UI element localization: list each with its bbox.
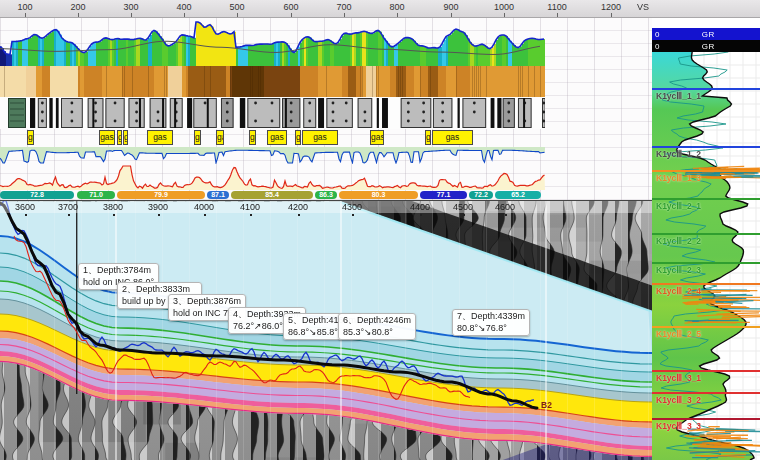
formation-top-line bbox=[652, 326, 760, 328]
formation-label: K1ycⅢ_1_2 bbox=[656, 149, 701, 159]
formation-label: K1ycⅢ_2_4 bbox=[656, 286, 701, 296]
depth-tick-mark bbox=[113, 214, 115, 216]
gas-interval: gas bbox=[123, 130, 128, 145]
ruler-tick-mark bbox=[78, 13, 79, 17]
inclination-segment: 86.3 bbox=[315, 191, 337, 199]
ruler-tick-mark bbox=[184, 13, 185, 17]
inclination-segment: 85.4 bbox=[231, 191, 313, 199]
depth-tick: 4200 bbox=[288, 202, 308, 212]
ruler-tick-mark bbox=[504, 13, 505, 17]
formation-top-line bbox=[652, 262, 760, 264]
formation-label: K1ycⅢ_3_1 bbox=[656, 373, 701, 383]
gas-interval: gas bbox=[432, 130, 473, 145]
formation-label: K1ycⅢ_2_5 bbox=[656, 329, 701, 339]
formation-label: K1ycⅢ_1_3 bbox=[656, 173, 701, 183]
ruler-tick: 700 bbox=[336, 2, 351, 12]
depth-tick: 4400 bbox=[410, 202, 430, 212]
gas-interval: gas bbox=[216, 130, 224, 145]
geosteering-window: 100200300400500600700800900100011001200V… bbox=[0, 0, 760, 460]
ruler-tick: 300 bbox=[123, 2, 138, 12]
spectral-gr-track-canvas[interactable] bbox=[0, 18, 545, 66]
seismic-cross-section: 3600370038003900400041004200430044004500… bbox=[0, 200, 652, 460]
gas-show-track: gasgasgasgasgasgasgasgasgasgasgasgasgasg… bbox=[0, 129, 652, 147]
depth-tick-mark bbox=[463, 214, 465, 216]
depth-tick-mark bbox=[25, 214, 27, 216]
gas-interval: gas bbox=[370, 130, 384, 145]
formation-label: K1ycⅢ_1_1 bbox=[656, 91, 701, 101]
formation-top-line bbox=[652, 418, 760, 420]
ruler-tick: 200 bbox=[70, 2, 85, 12]
gas-interval: gas bbox=[117, 130, 122, 145]
depth-tick-mark bbox=[505, 214, 507, 216]
gas-interval: gas bbox=[249, 130, 256, 145]
ruler-tick: 1200 bbox=[601, 2, 621, 12]
depth-tick: 3600 bbox=[15, 202, 35, 212]
gas-interval: gas bbox=[302, 130, 338, 145]
gas-interval: gas bbox=[147, 130, 173, 145]
gas-total-track-canvas[interactable] bbox=[0, 164, 545, 191]
depth-tick: 4600 bbox=[495, 202, 515, 212]
depth-tick: 4500 bbox=[453, 202, 473, 212]
depth-tick: 3900 bbox=[148, 202, 168, 212]
gas-interval: gas bbox=[295, 130, 301, 145]
depth-tick-mark bbox=[204, 214, 206, 216]
formation-top-line bbox=[652, 392, 760, 394]
depth-tick-mark bbox=[68, 214, 70, 216]
ruler-tick: 100 bbox=[17, 2, 32, 12]
formation-top-line bbox=[652, 283, 760, 285]
borehole-image-track-canvas[interactable] bbox=[0, 66, 545, 97]
depth-tick-mark bbox=[420, 214, 422, 216]
gr-track-header-black[interactable]: 0 GR bbox=[652, 40, 760, 52]
measured-depth-ruler: 3600370038003900400041004200430044004500… bbox=[0, 201, 652, 213]
gr-track-header-blue[interactable]: 0 GR bbox=[652, 28, 760, 40]
trajectory-annotation: 7、Depth:4339m80.8°↘76.8° bbox=[452, 309, 530, 336]
gas-interval: gas bbox=[194, 130, 201, 145]
resistivity-track-canvas[interactable] bbox=[0, 147, 545, 164]
formation-label: K1ycⅢ_2_3 bbox=[656, 265, 701, 275]
inclination-segment-bar: 72.871.079.987.185.486.380.377.172.265.2 bbox=[0, 191, 652, 200]
gr-curve-name: GR bbox=[702, 30, 715, 39]
depth-tick: 3800 bbox=[103, 202, 123, 212]
formation-label: K1ycⅢ_2_2 bbox=[656, 236, 701, 246]
ruler-tick-mark bbox=[25, 13, 26, 17]
ruler-tick-mark bbox=[344, 13, 345, 17]
depth-tick: 4100 bbox=[240, 202, 260, 212]
ruler-tick: 600 bbox=[283, 2, 298, 12]
formation-top-line bbox=[652, 146, 760, 148]
formation-top-line bbox=[652, 88, 760, 90]
ruler-tick-mark bbox=[397, 13, 398, 17]
formation-label: K1ycⅢ_3_3 bbox=[656, 421, 701, 431]
ruler-tick: 500 bbox=[229, 2, 244, 12]
ruler-tick-mark bbox=[451, 13, 452, 17]
depth-tick-mark bbox=[298, 214, 300, 216]
inclination-segment: 80.3 bbox=[339, 191, 418, 199]
formation-top-line bbox=[652, 198, 760, 200]
gas-interval: gas bbox=[99, 130, 115, 145]
formation-label: K1ycⅢ_2_1 bbox=[656, 201, 701, 211]
inclination-segment: 72.2 bbox=[469, 191, 493, 199]
gr-scale-min: 0 bbox=[655, 30, 659, 39]
ruler-tick: VS bbox=[637, 2, 649, 12]
log-tracks-header-area: gasgasgasgasgasgasgasgasgasgasgasgasgasg… bbox=[0, 18, 652, 200]
target-point-label: B2 bbox=[541, 400, 552, 410]
gas-interval: gas bbox=[27, 130, 34, 145]
ruler-tick-mark bbox=[557, 13, 558, 17]
ruler-tick: 800 bbox=[389, 2, 404, 12]
formation-top-line bbox=[652, 233, 760, 235]
formation-top-line bbox=[652, 370, 760, 372]
depth-tick-mark bbox=[158, 214, 160, 216]
ruler-tick: 400 bbox=[176, 2, 191, 12]
vs-distance-ruler: 100200300400500600700800900100011001200V… bbox=[0, 0, 760, 18]
inclination-segment: 72.8 bbox=[0, 191, 74, 199]
inclination-segment: 87.1 bbox=[207, 191, 229, 199]
inclination-segment: 71.0 bbox=[77, 191, 115, 199]
ruler-tick-mark bbox=[611, 13, 612, 17]
lithology-track-canvas[interactable] bbox=[0, 97, 545, 129]
ruler-tick: 1000 bbox=[494, 2, 514, 12]
inclination-segment: 79.9 bbox=[117, 191, 205, 199]
formation-top-line bbox=[652, 170, 760, 172]
ruler-tick-mark bbox=[131, 13, 132, 17]
depth-tick-mark bbox=[352, 214, 354, 216]
gr-scale-min: 0 bbox=[655, 42, 659, 51]
formation-label: K1ycⅢ_3_2 bbox=[656, 395, 701, 405]
